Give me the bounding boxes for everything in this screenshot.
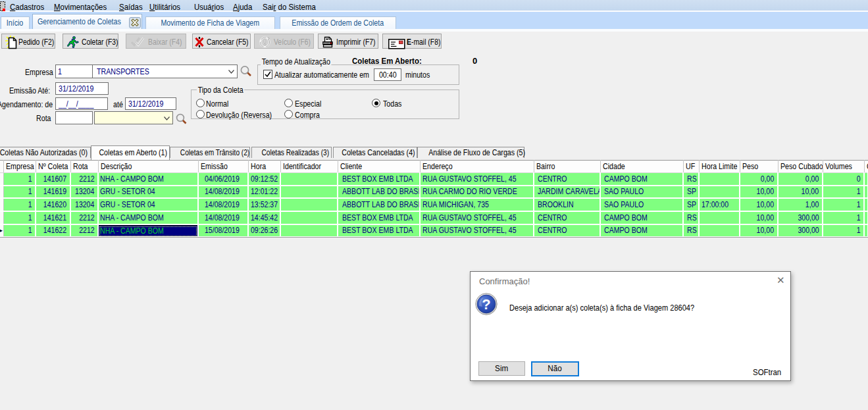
svg-text:?: ? <box>482 296 490 313</box>
